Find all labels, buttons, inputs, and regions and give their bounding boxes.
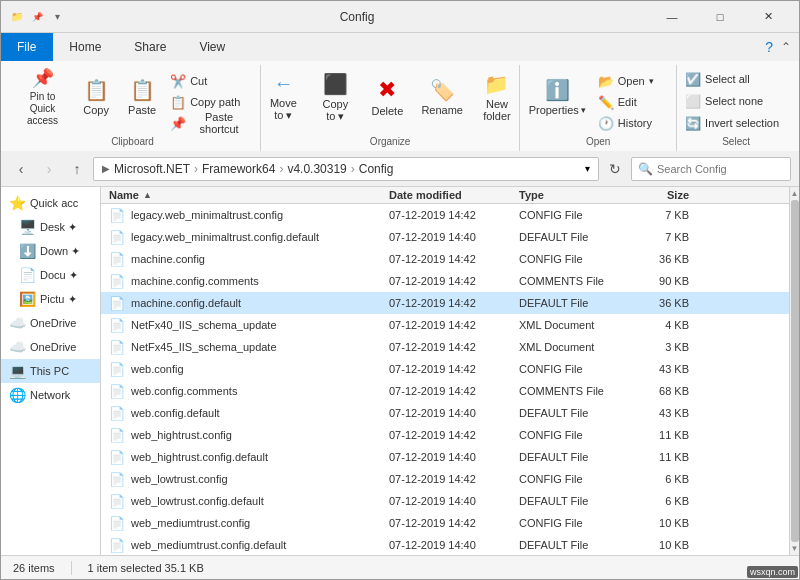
sidebar-item-this-pc[interactable]: 💻 This PC bbox=[1, 359, 100, 383]
file-row-name: web_hightrust.config.default bbox=[131, 451, 268, 463]
table-row[interactable]: 📄 web.config 07-12-2019 14:42 CONFIG Fil… bbox=[101, 358, 789, 380]
table-row[interactable]: 📄 NetFx45_IIS_schema_update 07-12-2019 1… bbox=[101, 336, 789, 358]
table-row[interactable]: 📄 machine.config.default 07-12-2019 14:4… bbox=[101, 292, 789, 314]
maximize-button[interactable]: □ bbox=[697, 1, 743, 33]
file-row-type: CONFIG File bbox=[519, 429, 629, 441]
copy-path-button[interactable]: 📋 Copy path bbox=[166, 92, 252, 112]
file-row-name: web_lowtrust.config bbox=[131, 473, 228, 485]
file-row-type: DEFAULT File bbox=[519, 495, 629, 507]
sidebar-item-network[interactable]: 🌐 Network bbox=[1, 383, 100, 407]
sidebar-item-pictures[interactable]: 🖼️ Pictu ✦ bbox=[1, 287, 100, 311]
new-folder-button[interactable]: 📁 Newfolder bbox=[473, 69, 521, 125]
table-row[interactable]: 📄 NetFx40_IIS_schema_update 07-12-2019 1… bbox=[101, 314, 789, 336]
file-row-icon: 📄 bbox=[109, 340, 125, 355]
tab-view[interactable]: View bbox=[183, 33, 242, 61]
forward-button[interactable]: › bbox=[37, 157, 61, 181]
select-buttons: ☑️ Select all ⬜ Select none 🔄 Invert sel… bbox=[681, 65, 791, 134]
tab-file[interactable]: File bbox=[1, 33, 53, 61]
sidebar-item-documents[interactable]: 📄 Docu ✦ bbox=[1, 263, 100, 287]
file-row-name: machine.config.default bbox=[131, 297, 241, 309]
sidebar-item-desktop[interactable]: 🖥️ Desk ✦ bbox=[1, 215, 100, 239]
edit-icon: ✏️ bbox=[598, 95, 614, 110]
select-none-button[interactable]: ⬜ Select none bbox=[681, 91, 791, 111]
refresh-button[interactable]: ↻ bbox=[603, 157, 627, 181]
paste-shortcut-icon: 📌 bbox=[170, 116, 186, 131]
move-to-button[interactable]: ← Moveto ▾ bbox=[259, 69, 307, 125]
properties-button[interactable]: ℹ️ Properties ▾ bbox=[523, 69, 592, 125]
copy-path-label: Copy path bbox=[190, 96, 240, 108]
file-row-date: 07-12-2019 14:42 bbox=[389, 319, 519, 331]
copy-to-button[interactable]: ⬛ Copyto ▾ bbox=[311, 69, 359, 125]
tab-home[interactable]: Home bbox=[53, 33, 118, 61]
file-row-icon: 📄 bbox=[109, 472, 125, 487]
table-row[interactable]: 📄 web_lowtrust.config 07-12-2019 14:42 C… bbox=[101, 468, 789, 490]
address-bar[interactable]: ▶ Microsoft.NET › Framework64 › v4.0.303… bbox=[93, 157, 599, 181]
sidebar-item-label: Down ✦ bbox=[40, 245, 80, 258]
col-type-header[interactable]: Type bbox=[519, 189, 629, 201]
select-none-icon: ⬜ bbox=[685, 94, 701, 109]
select-all-button[interactable]: ☑️ Select all bbox=[681, 69, 791, 89]
file-row-icon: 📄 bbox=[109, 516, 125, 531]
col-name-header[interactable]: Name ▲ bbox=[109, 189, 389, 201]
sidebar-item-onedrive2[interactable]: ☁️ OneDrive bbox=[1, 335, 100, 359]
window: 📁 📌 ▾ Config — □ ✕ File Home Share View … bbox=[0, 0, 800, 580]
edit-button[interactable]: ✏️ Edit bbox=[594, 92, 674, 112]
close-button[interactable]: ✕ bbox=[745, 1, 791, 33]
history-button[interactable]: 🕐 History bbox=[594, 113, 674, 133]
pin-to-quick-button[interactable]: 📌 Pin to Quickaccess bbox=[13, 69, 72, 125]
file-row-icon: 📄 bbox=[109, 494, 125, 509]
table-row[interactable]: 📄 web_mediumtrust.config 07-12-2019 14:4… bbox=[101, 512, 789, 534]
minimize-button[interactable]: — bbox=[649, 1, 695, 33]
sidebar-item-label: OneDrive bbox=[30, 317, 76, 329]
sidebar-item-quick-access[interactable]: ⭐ Quick acc bbox=[1, 191, 100, 215]
rename-button[interactable]: 🏷️ Rename bbox=[415, 69, 469, 125]
table-row[interactable]: 📄 web_hightrust.config 07-12-2019 14:42 … bbox=[101, 424, 789, 446]
invert-selection-button[interactable]: 🔄 Invert selection bbox=[681, 113, 791, 133]
address-dropdown-icon[interactable]: ▾ bbox=[585, 163, 590, 174]
table-row[interactable]: 📄 machine.config 07-12-2019 14:42 CONFIG… bbox=[101, 248, 789, 270]
open-label: Open bbox=[586, 134, 610, 151]
file-row-size: 6 KB bbox=[629, 473, 689, 485]
table-row[interactable]: 📄 web.config.default 07-12-2019 14:40 DE… bbox=[101, 402, 789, 424]
file-row-size: 36 KB bbox=[629, 253, 689, 265]
table-row[interactable]: 📄 web_mediumtrust.config.default 07-12-2… bbox=[101, 534, 789, 555]
ribbon-help-button[interactable]: ? bbox=[765, 39, 773, 55]
col-size-header[interactable]: Size bbox=[629, 189, 689, 201]
scrollbar[interactable]: ▲ ▼ bbox=[789, 187, 799, 555]
open-button[interactable]: 📂 Open ▾ bbox=[594, 71, 674, 91]
cut-icon: ✂️ bbox=[170, 74, 186, 89]
search-input[interactable] bbox=[657, 163, 784, 175]
file-row-type: DEFAULT File bbox=[519, 539, 629, 551]
back-button[interactable]: ‹ bbox=[9, 157, 33, 181]
this-pc-icon: 💻 bbox=[9, 363, 26, 379]
cut-button[interactable]: ✂️ Cut bbox=[166, 71, 252, 91]
select-none-label: Select none bbox=[705, 95, 763, 107]
paste-shortcut-button[interactable]: 📌 Paste shortcut bbox=[166, 113, 252, 133]
copy-button-large[interactable]: 📋 Copy bbox=[74, 69, 118, 125]
paste-button-large[interactable]: 📋 Paste bbox=[120, 69, 164, 125]
item-count: 26 items bbox=[13, 562, 55, 574]
file-row-size: 11 KB bbox=[629, 451, 689, 463]
table-row[interactable]: 📄 web_hightrust.config.default 07-12-201… bbox=[101, 446, 789, 468]
tab-share[interactable]: Share bbox=[118, 33, 183, 61]
clipboard-group: 📌 Pin to Quickaccess 📋 Copy 📋 Paste ✂️ bbox=[5, 65, 261, 151]
window-icon: 📁 bbox=[9, 9, 25, 25]
pictures-icon: 🖼️ bbox=[19, 291, 36, 307]
table-row[interactable]: 📄 web_lowtrust.config.default 07-12-2019… bbox=[101, 490, 789, 512]
delete-button[interactable]: ✖ Delete bbox=[363, 69, 411, 125]
file-row-type: XML Document bbox=[519, 319, 629, 331]
col-date-header[interactable]: Date modified bbox=[389, 189, 519, 201]
up-button[interactable]: ↑ bbox=[65, 157, 89, 181]
ribbon-collapse-button[interactable]: ⌃ bbox=[781, 40, 791, 54]
table-row[interactable]: 📄 web.config.comments 07-12-2019 14:42 C… bbox=[101, 380, 789, 402]
sidebar-item-onedrive1[interactable]: ☁️ OneDrive bbox=[1, 311, 100, 335]
open-dropdown-icon: ▾ bbox=[649, 76, 654, 86]
sidebar-item-label: Docu ✦ bbox=[40, 269, 78, 282]
table-row[interactable]: 📄 legacy.web_minimaltrust.config.default… bbox=[101, 226, 789, 248]
table-row[interactable]: 📄 machine.config.comments 07-12-2019 14:… bbox=[101, 270, 789, 292]
sidebar-item-downloads[interactable]: ⬇️ Down ✦ bbox=[1, 239, 100, 263]
search-box[interactable]: 🔍 bbox=[631, 157, 791, 181]
open-label: Open bbox=[618, 75, 645, 87]
file-row-icon: 📄 bbox=[109, 252, 125, 267]
table-row[interactable]: 📄 legacy.web_minimaltrust.config 07-12-2… bbox=[101, 204, 789, 226]
